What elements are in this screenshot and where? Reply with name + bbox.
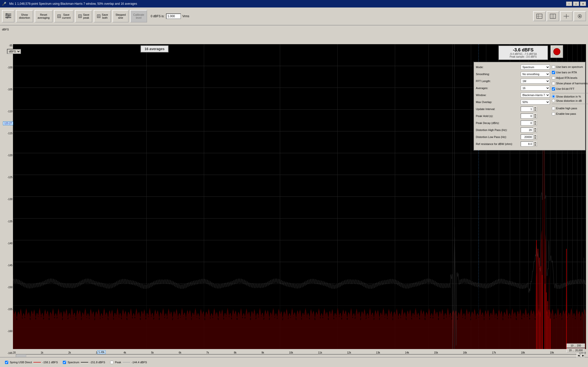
- dbfs-select-wrapper: dBFS: [7, 49, 21, 54]
- legend-item-2: Spectrum -151.8 dBFS: [63, 361, 105, 364]
- zoom-controls: 10 ... 200 20 ... 20,000: [567, 344, 585, 353]
- stepped-sine-button[interactable]: Stepped sine: [112, 10, 129, 22]
- svg-rect-7: [58, 15, 60, 16]
- zoom-option2[interactable]: 20 ... 20,000: [567, 348, 585, 353]
- legend2-checkbox[interactable]: [63, 361, 66, 364]
- save-peak-button[interactable]: Save peak: [75, 10, 92, 22]
- record-button[interactable]: [551, 45, 563, 58]
- update-interval-input[interactable]: [521, 107, 533, 112]
- y-axis-ticks: -95 -100 -105 -110 -115 -120 -125 -130 -…: [2, 44, 12, 355]
- dist-low-pass-row: Distortion Low Pass (Hz): ▲ ▼: [476, 134, 550, 140]
- show-phase-checkbox[interactable]: [552, 82, 555, 85]
- fft-length-label: FFT Length:: [476, 80, 521, 83]
- enable-high-pass-label: Enable high pass: [556, 107, 577, 110]
- window-select[interactable]: Blackman-Harris 7: [521, 93, 550, 98]
- legend3-checkbox[interactable]: [110, 361, 113, 364]
- ref-resistance-row: Ref resistance for dBW (ohm): ▲ ▼: [476, 141, 550, 147]
- show-distortion-pct-radio[interactable]: [552, 95, 555, 98]
- zoom-arrow-left[interactable]: ◀: [577, 354, 581, 358]
- fft-length-select[interactable]: 1M: [521, 79, 550, 84]
- calibrate-level-button[interactable]: Calibrate level: [130, 10, 147, 22]
- dbfs-value-input[interactable]: [166, 13, 181, 19]
- cross-icon-button[interactable]: [560, 11, 573, 21]
- dist-high-pass-down[interactable]: ▼: [533, 130, 537, 132]
- zoom-option1[interactable]: 10 ... 200: [567, 344, 585, 348]
- show-phase-label: Show phase of harmonics: [556, 82, 588, 85]
- svg-point-4: [8, 15, 9, 17]
- toolbar: Show distortion Reset averaging Save cur…: [0, 7, 588, 25]
- columns-icon-button[interactable]: [547, 11, 559, 21]
- save-both-button[interactable]: Save both: [94, 10, 111, 22]
- adjust-rta-row: Adjust RTA levels: [552, 75, 588, 81]
- dist-low-pass-up[interactable]: ▲: [533, 134, 537, 137]
- peak-hold-spin: ▲ ▼: [521, 114, 537, 119]
- reset-averaging-button[interactable]: Reset averaging: [35, 10, 53, 22]
- use-64bit-checkbox[interactable]: [552, 87, 555, 91]
- use-bars-rta-checkbox[interactable]: [552, 71, 555, 74]
- layout-icon-button[interactable]: [533, 11, 546, 21]
- peak-display: -3.6 dBFS -9.4 dBFSC, -7.5 dBFSA Peak sa…: [498, 45, 548, 60]
- dist-low-pass-spin: ▲ ▼: [521, 134, 537, 139]
- minimize-button[interactable]: ─: [566, 1, 572, 6]
- settings-panel: Mode: Spectrum Smoothing: No smoothing F…: [473, 62, 586, 150]
- dist-high-pass-input[interactable]: [521, 127, 533, 132]
- options-icon-button[interactable]: [574, 11, 586, 21]
- mode-row: Mode: Spectrum: [476, 64, 550, 70]
- dbfs-select[interactable]: dBFS: [7, 49, 21, 54]
- peak-sub2: Peak sample: -3.6 dBFS: [502, 55, 545, 58]
- ref-resistance-down[interactable]: ▼: [533, 144, 537, 146]
- use-bars-spectrum-checkbox[interactable]: [552, 65, 555, 69]
- update-interval-up[interactable]: ▲: [533, 107, 537, 109]
- peak-hold-down[interactable]: ▼: [533, 116, 537, 119]
- peak-main-value: -3.6 dBFS: [502, 47, 545, 53]
- use-64bit-label: Use 64-bit FFT: [556, 87, 574, 90]
- window-row: Window: Blackman-Harris 7: [476, 92, 550, 98]
- svg-rect-15: [550, 14, 556, 18]
- dist-low-pass-input[interactable]: [521, 134, 533, 139]
- max-overlap-row: Max Overlap: 50%: [476, 99, 550, 105]
- ref-resistance-input[interactable]: [521, 141, 533, 146]
- legend1-value: -158.1 dBFS: [42, 361, 58, 364]
- peak-hold-row: Peak Hold (s): ▲ ▼: [476, 113, 550, 119]
- settings-icon-button[interactable]: [2, 10, 14, 22]
- peak-hold-label: Peak Hold (s):: [476, 115, 521, 118]
- settings-left: Mode: Spectrum Smoothing: No smoothing F…: [476, 64, 550, 148]
- dist-low-pass-label: Distortion Low Pass (Hz):: [476, 135, 521, 138]
- show-phase-row: Show phase of harmonics: [552, 81, 588, 86]
- dist-low-pass-down[interactable]: ▼: [533, 137, 537, 139]
- toolbar-right-icons: [533, 11, 586, 21]
- zoom-arrow-right[interactable]: ▶: [581, 354, 585, 358]
- adjust-rta-checkbox[interactable]: [552, 76, 555, 80]
- enable-high-pass-checkbox[interactable]: [552, 107, 555, 110]
- legend3-label: Peak: [115, 361, 121, 364]
- close-button[interactable]: ✕: [580, 1, 586, 6]
- ref-resistance-up[interactable]: ▲: [533, 141, 537, 144]
- peak-decay-down[interactable]: ▼: [533, 123, 537, 125]
- show-distortion-db-radio[interactable]: [552, 99, 555, 102]
- settings-right: Use bars on spectrum Use bars on RTA Adj…: [552, 64, 588, 148]
- enable-low-pass-row: Enable low pass: [552, 111, 588, 117]
- svg-point-3: [6, 13, 7, 15]
- update-interval-down[interactable]: ▼: [533, 109, 537, 112]
- show-distortion-button[interactable]: Show distortion: [16, 10, 33, 22]
- enable-low-pass-checkbox[interactable]: [552, 112, 555, 116]
- save-current-button[interactable]: Save current: [54, 10, 74, 22]
- maximize-button[interactable]: □: [573, 1, 579, 6]
- averages-select[interactable]: 16: [521, 86, 550, 91]
- dist-high-pass-label: Distortion High Pass (Hz):: [476, 128, 521, 131]
- smoothing-label: Smoothing:: [476, 73, 521, 76]
- legend1-checkbox[interactable]: [5, 361, 8, 364]
- dbfs-label: 0 dBFS is:: [151, 14, 164, 18]
- dbfs-section: 0 dBFS is: Vrms: [151, 13, 189, 19]
- dist-high-pass-up[interactable]: ▲: [533, 127, 537, 130]
- smoothing-select[interactable]: No smoothing: [521, 72, 550, 77]
- peak-decay-input[interactable]: [521, 121, 533, 125]
- max-overlap-select[interactable]: 50%: [521, 100, 550, 105]
- mode-select[interactable]: Spectrum: [521, 65, 550, 70]
- legend1-label: Spring USB Direct: [10, 361, 32, 364]
- update-interval-label: Update Interval:: [476, 108, 521, 111]
- use-64bit-row: Use 64-bit FFT: [552, 86, 588, 92]
- peak-decay-up[interactable]: ▲: [533, 121, 537, 123]
- peak-hold-input[interactable]: [521, 114, 533, 119]
- peak-hold-up[interactable]: ▲: [533, 114, 537, 116]
